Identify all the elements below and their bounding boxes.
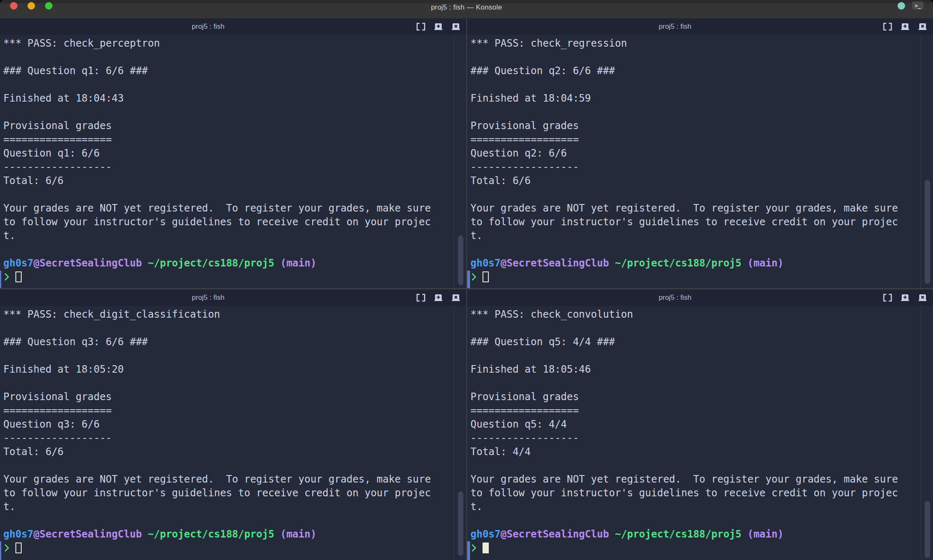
blank-line [470, 459, 933, 473]
input-line [3, 270, 466, 284]
pane-tab-bar: proj5 : fish [467, 18, 933, 35]
blank-line [470, 78, 933, 92]
expand-view-icon[interactable] [416, 293, 425, 302]
separator-line: ================== [3, 404, 466, 418]
separator-line: ------------------ [3, 160, 466, 174]
scrollbar-thumb[interactable] [458, 491, 463, 556]
separator-line: ------------------ [3, 431, 466, 445]
provisional-line: Provisional grades [3, 119, 466, 133]
terminal-app-icon[interactable]: >_ [912, 2, 923, 10]
close-view-icon[interactable] [918, 22, 927, 31]
terminal-pane-bottom-right: proj5 : fish *** PASS: check_convolution… [467, 289, 933, 560]
split-view-icon[interactable] [434, 22, 443, 31]
blank-line [3, 50, 466, 64]
status-dot-icon[interactable] [898, 2, 905, 10]
question-line: ### Question q1: 6/6 ### [3, 64, 466, 78]
register-line: Your grades are NOT yet registered. To r… [3, 473, 466, 486]
scrollbar-thumb[interactable] [925, 501, 930, 558]
window-title: proj5 : fish — Konsole [0, 3, 933, 12]
prompt-line: gh0s7@SecretSealingClub ~/project/cs188/… [3, 256, 466, 270]
close-view-icon[interactable] [451, 293, 460, 302]
input-line [470, 270, 933, 284]
blank-line [470, 243, 933, 256]
pane-title: proj5 : fish [467, 22, 883, 31]
pass-line: *** PASS: check_perceptron [3, 37, 466, 50]
terminal-screen[interactable]: *** PASS: check_convolution ### Question… [467, 306, 933, 560]
scrollbar[interactable] [920, 35, 933, 288]
register-line: t. [470, 500, 933, 514]
pass-line: *** PASS: check_regression [470, 37, 933, 50]
konsole-window: proj5 : fish — Konsole >_ proj5 : fish [0, 0, 933, 560]
blank-line [470, 321, 933, 335]
terminal-pane-top-left: proj5 : fish *** PASS: check_perceptron … [0, 18, 466, 288]
provisional-line: Provisional grades [470, 390, 933, 404]
blank-line [470, 50, 933, 64]
blank-line [3, 376, 466, 390]
separator-line: ================== [470, 133, 933, 147]
close-view-icon[interactable] [451, 22, 460, 31]
split-view-icon[interactable] [900, 293, 910, 302]
terminal-screen[interactable]: *** PASS: check_perceptron ### Question … [0, 35, 466, 288]
blank-line [3, 105, 466, 119]
register-line: to follow your instructor's guidelines t… [470, 215, 933, 229]
blank-line [3, 459, 466, 473]
prompt-chevron-icon [470, 271, 477, 282]
input-line [3, 541, 466, 555]
question-line: ### Question q2: 6/6 ### [470, 64, 933, 78]
question-line: ### Question q3: 6/6 ### [3, 335, 466, 349]
pane-tab-bar: proj5 : fish [0, 289, 466, 306]
finished-line: Finished at 18:04:59 [470, 92, 933, 105]
pane-tab-bar: proj5 : fish [467, 289, 933, 306]
scrollbar[interactable] [454, 35, 466, 288]
prompt-chevron-icon [470, 543, 477, 553]
blank-line [3, 349, 466, 363]
window-titlebar: proj5 : fish — Konsole >_ [0, 0, 933, 18]
question-line: ### Question q5: 4/4 ### [470, 335, 933, 349]
pane-title: proj5 : fish [467, 294, 883, 302]
register-line: t. [3, 229, 466, 243]
split-view-icon[interactable] [900, 22, 910, 31]
scrollbar-thumb[interactable] [925, 180, 930, 284]
pane-grid: proj5 : fish *** PASS: check_perceptron … [0, 18, 933, 560]
terminal-cursor [483, 271, 489, 282]
scrollbar[interactable] [454, 306, 466, 560]
split-view-icon[interactable] [434, 293, 443, 302]
prompt-chevron-icon [3, 543, 10, 553]
close-view-icon[interactable] [918, 293, 927, 302]
separator-line: ------------------ [470, 431, 933, 445]
finished-line: Finished at 18:05:20 [3, 363, 466, 376]
scrollbar-thumb[interactable] [458, 235, 463, 285]
expand-view-icon[interactable] [883, 293, 892, 302]
register-line: Your grades are NOT yet registered. To r… [470, 473, 933, 486]
blank-line [3, 514, 466, 528]
prompt-marker [467, 541, 470, 560]
scrollbar[interactable] [920, 306, 933, 560]
total-line: Total: 6/6 [3, 445, 466, 459]
terminal-pane-top-right: proj5 : fish *** PASS: check_regression … [467, 18, 933, 288]
separator-line: ------------------ [470, 160, 933, 174]
blank-line [3, 188, 466, 202]
prompt-line: gh0s7@SecretSealingClub ~/project/cs188/… [3, 528, 466, 541]
expand-view-icon[interactable] [883, 22, 892, 31]
pass-line: *** PASS: check_digit_classification [3, 308, 466, 321]
blank-line [470, 376, 933, 390]
input-line [470, 541, 933, 555]
register-line: Your grades are NOT yet registered. To r… [470, 202, 933, 215]
grade-line: Question q5: 4/4 [470, 418, 933, 431]
register-line: t. [470, 229, 933, 243]
terminal-cursor [15, 271, 22, 282]
prompt-line: gh0s7@SecretSealingClub ~/project/cs188/… [470, 528, 933, 541]
prompt-chevron-icon [3, 271, 10, 282]
total-line: Total: 6/6 [3, 174, 466, 188]
pane-tab-bar: proj5 : fish [0, 18, 466, 35]
blank-line [3, 78, 466, 92]
register-line: t. [3, 500, 466, 514]
blank-line [470, 349, 933, 363]
terminal-screen[interactable]: *** PASS: check_digit_classification ###… [0, 306, 466, 560]
prompt-line: gh0s7@SecretSealingClub ~/project/cs188/… [470, 256, 933, 270]
expand-view-icon[interactable] [416, 22, 425, 31]
grade-line: Question q3: 6/6 [3, 418, 466, 431]
terminal-screen[interactable]: *** PASS: check_regression ### Question … [467, 35, 933, 288]
pane-title: proj5 : fish [0, 294, 416, 302]
prompt-marker [467, 271, 470, 288]
